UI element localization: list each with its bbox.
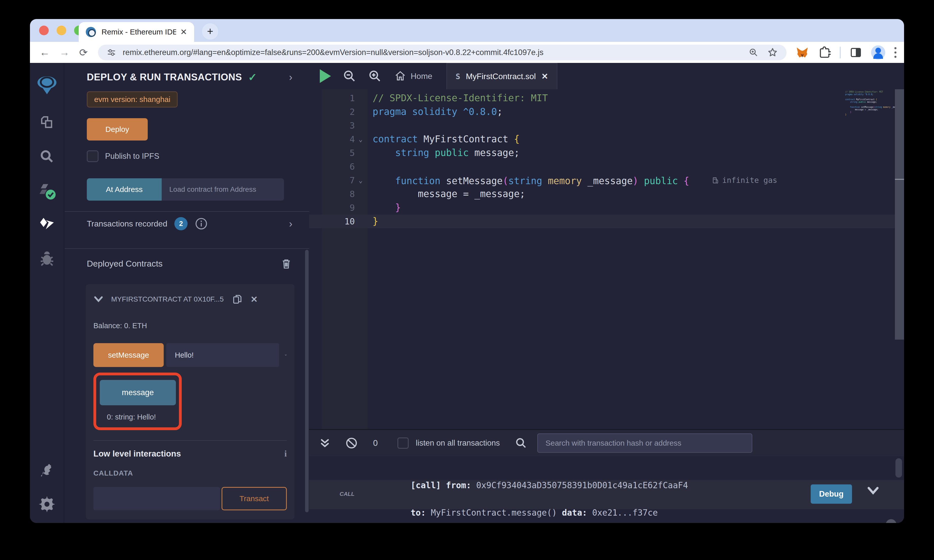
code-line[interactable]: 5 string public message; <box>309 146 904 160</box>
message-getter-button[interactable]: message <box>100 380 176 405</box>
remix-logo-icon[interactable] <box>35 73 59 96</box>
run-script-play-icon[interactable] <box>320 69 331 83</box>
at-address-input[interactable] <box>162 178 284 201</box>
terminal-header: 0 listen on all transactions <box>309 430 904 456</box>
remove-contract-icon[interactable]: ✕ <box>251 294 258 305</box>
at-address-button[interactable]: At Address <box>87 178 162 201</box>
line-number: 1 <box>322 91 355 105</box>
clear-console-icon[interactable] <box>345 437 358 449</box>
plugin-manager-icon[interactable] <box>38 462 56 479</box>
terminal-search-icon <box>515 437 527 449</box>
deployed-contracts-label: Deployed Contracts <box>87 259 163 269</box>
browser-menu-icon[interactable] <box>894 47 897 58</box>
message-return-value: 0: string: Hello! <box>100 413 176 421</box>
profile-avatar[interactable] <box>871 45 885 60</box>
call-tag: CALL <box>340 491 354 497</box>
scroll-to-bottom-handle[interactable] <box>886 519 897 523</box>
code-line[interactable]: 9 } <box>309 201 904 215</box>
line-number: 3 <box>322 119 355 132</box>
code-line[interactable]: 8 message = _message; <box>309 187 904 201</box>
deploy-and-run-icon[interactable] <box>38 215 56 234</box>
call-log-text: [call] from: 0x9Cf934043aD350758391b0D01… <box>411 478 688 520</box>
extensions-puzzle-icon[interactable] <box>818 46 831 59</box>
panel-scrollbar[interactable] <box>305 250 308 512</box>
deploy-run-panel: DEPLOY & RUN TRANSACTIONS ✓ › evm versio… <box>65 63 309 523</box>
transact-button[interactable]: Transact <box>222 487 287 510</box>
metamask-extension-icon[interactable] <box>796 46 809 59</box>
editor-scrollbar[interactable] <box>895 89 904 429</box>
fold-chevron-icon[interactable]: ⌄ <box>359 132 363 146</box>
close-tab-icon[interactable]: ✕ <box>180 27 187 37</box>
solidity-compiler-icon[interactable] <box>37 182 57 202</box>
collapse-terminal-icon[interactable] <box>319 437 330 449</box>
set-message-button[interactable]: setMessage <box>93 343 164 367</box>
zoom-out-icon[interactable] <box>343 69 356 83</box>
traffic-lights <box>39 26 84 35</box>
code-line[interactable]: 3 <box>309 119 904 132</box>
code-line[interactable]: 2pragma solidity ^0.8.0; <box>309 105 904 119</box>
settings-gear-icon[interactable] <box>38 495 56 513</box>
copy-address-icon[interactable] <box>232 293 244 306</box>
tab-myfirstcontract[interactable]: S MyFirstContract.sol ✕ <box>447 63 557 89</box>
forward-icon[interactable]: → <box>59 47 69 58</box>
terminal-scrollbar[interactable] <box>895 458 902 478</box>
line-number: 9 <box>322 201 355 215</box>
browser-tab[interactable]: Remix - Ethereum IDE ✕ <box>79 22 194 42</box>
url-text[interactable]: remix.ethereum.org/#lang=en&optimize=fal… <box>123 48 740 57</box>
code-line[interactable]: 1// SPDX-License-Identifier: MIT <box>309 91 904 105</box>
code-line[interactable]: 6 <box>309 160 904 174</box>
fold-chevron-icon[interactable]: ⌄ <box>359 174 363 187</box>
line-number: 2 <box>322 105 355 119</box>
minimap[interactable]: // SPDX-License-Identifier: MITpragma so… <box>845 91 896 119</box>
collapse-contract-chevron-icon[interactable] <box>93 295 103 303</box>
panel-expand-chevron-icon[interactable]: › <box>289 72 292 83</box>
calldata-input[interactable] <box>93 487 220 510</box>
log-expand-chevron-icon[interactable] <box>866 486 880 495</box>
reload-icon[interactable]: ⟳ <box>79 47 88 58</box>
new-tab-button[interactable]: + <box>202 23 218 40</box>
browser-toolbar: ← → ⟳ remix.ethereum.org/#lang=en&optimi… <box>30 42 904 63</box>
code-line[interactable]: 10} <box>309 215 904 228</box>
terminal-search-input[interactable] <box>537 434 752 453</box>
set-message-input[interactable] <box>166 343 279 367</box>
expand-params-chevron-icon[interactable] <box>285 351 287 359</box>
side-panel-icon[interactable] <box>850 46 862 58</box>
deploy-button[interactable]: Deploy <box>87 118 148 140</box>
terminal-listen-count: 0 <box>373 438 378 448</box>
transactions-expand-chevron-icon[interactable]: › <box>289 218 292 229</box>
minimize-window-button[interactable] <box>57 26 66 35</box>
screenshot-canvas: Remix - Ethereum IDE ✕ + ← → ⟳ remix.eth… <box>0 0 934 560</box>
line-number: 5 <box>322 146 355 160</box>
remix-app: DEPLOY & RUN TRANSACTIONS ✓ › evm versio… <box>30 63 904 523</box>
info-icon[interactable] <box>195 217 208 230</box>
tab-home[interactable]: Home <box>395 70 432 82</box>
low-level-info-icon[interactable]: i <box>285 449 287 458</box>
debugger-icon[interactable] <box>39 250 55 267</box>
code-lines: 1// SPDX-License-Identifier: MIT2pragma … <box>309 91 904 228</box>
low-level-interactions-label: Low level interactions <box>93 449 181 458</box>
code-line[interactable]: 4⌄contract MyFirstContract { <box>309 132 904 146</box>
file-explorer-icon[interactable] <box>39 115 55 131</box>
code-line[interactable]: 7⌄ function setMessage(string memory _me… <box>309 174 904 187</box>
search-icon[interactable] <box>39 149 55 165</box>
listen-all-transactions-checkbox[interactable] <box>398 437 408 449</box>
url-bar[interactable]: remix.ethereum.org/#lang=en&optimize=fal… <box>98 45 787 60</box>
close-file-tab-icon[interactable]: ✕ <box>541 72 548 81</box>
close-window-button[interactable] <box>39 26 49 35</box>
tutorial-highlight-box: message 0: string: Hello! <box>93 372 182 430</box>
zoom-in-icon[interactable] <box>368 69 382 83</box>
debug-button[interactable]: Debug <box>811 485 852 504</box>
calldata-label: CALLDATA <box>93 469 287 477</box>
code-editor[interactable]: 1// SPDX-License-Identifier: MIT2pragma … <box>309 89 904 429</box>
tune-icon[interactable] <box>106 48 116 57</box>
solidity-file-icon: S <box>456 72 460 81</box>
editor-tabbar: Home S MyFirstContract.sol ✕ <box>309 63 904 89</box>
zoom-page-icon[interactable] <box>749 48 758 58</box>
trash-icon[interactable] <box>280 257 292 270</box>
line-number: 7 <box>322 174 355 187</box>
home-icon <box>395 70 406 82</box>
publish-ipfs-checkbox[interactable] <box>87 151 99 162</box>
back-icon[interactable]: ← <box>40 47 50 58</box>
browser-tab-title: Remix - Ethereum IDE <box>102 28 176 36</box>
bookmark-star-icon[interactable] <box>767 47 778 58</box>
